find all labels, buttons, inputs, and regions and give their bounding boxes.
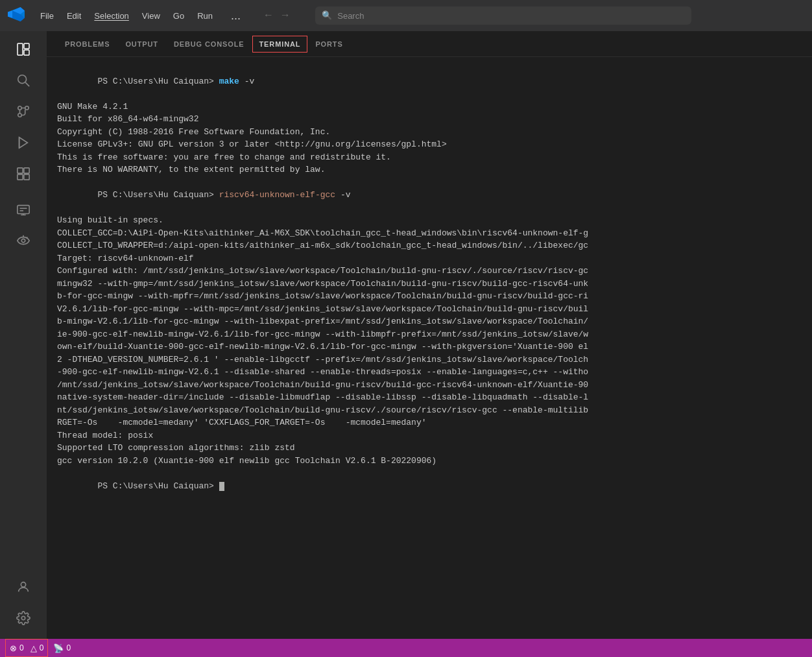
terminal-line: PS C:\Users\Hu Caiquan> make -v — [57, 62, 802, 101]
search-label: Search — [337, 11, 364, 21]
menu-more[interactable]: ... — [226, 6, 246, 25]
tab-ports[interactable]: PORTS — [307, 35, 350, 53]
terminal-cursor — [219, 482, 224, 491]
sidebar-item-run-debug[interactable] — [10, 130, 36, 156]
svg-point-22 — [21, 582, 25, 587]
sidebar-item-remote-explorer[interactable] — [10, 197, 36, 223]
menu-bar: File Edit Selection View Go Run ... — [35, 6, 246, 25]
svg-point-3 — [18, 75, 27, 84]
search-icon: 🔍 — [322, 10, 332, 21]
terminal-line: native-system-header-dir=/include --disa… — [57, 391, 802, 404]
titlebar: File Edit Selection View Go Run ... ← → … — [0, 0, 812, 31]
svg-rect-14 — [18, 206, 29, 214]
content-area: PROBLEMS OUTPUT DEBUG CONSOLE TERMINAL P… — [47, 31, 812, 639]
svg-rect-10 — [18, 168, 23, 173]
remote-icon: 📡 — [53, 643, 64, 653]
terminal-line: own-elf/build-Xuantie-900-gcc-elf-newlib… — [57, 340, 802, 353]
menu-run[interactable]: Run — [192, 8, 218, 23]
sidebar-item-explorer[interactable] — [10, 36, 36, 62]
terminal-line: gcc version 10.2.0 (Xuantie-900 elf newl… — [57, 455, 802, 468]
sidebar-item-search[interactable] — [10, 67, 36, 93]
svg-rect-2 — [24, 50, 29, 55]
terminal-line: Supported LTO compression algorithms: zl… — [57, 442, 802, 455]
search-bar[interactable]: 🔍 Search — [315, 6, 691, 25]
terminal-line: b-mingw-V2.6.1/lib-for-gcc-mingw --with-… — [57, 315, 802, 328]
terminal-line: There is NO WARRANTY, to the extent perm… — [57, 163, 802, 176]
terminal-line: PS C:\Users\Hu Caiquan> riscv64-unknown-… — [57, 176, 802, 215]
terminal-line: Built for x86_64-w64-mingw32 — [57, 113, 802, 126]
statusbar-errors[interactable]: ⊗ 0 △ 0 — [5, 639, 48, 657]
svg-point-5 — [18, 106, 22, 110]
terminal-line: 2 -DTHEAD_VERSION_NUMBER=2.6.1 ' --enabl… — [57, 353, 802, 366]
terminal-line: ie-900-gcc-elf-newlib-mingw-V2.6.1/lib-f… — [57, 328, 802, 341]
menu-view[interactable]: View — [137, 8, 165, 23]
svg-rect-1 — [24, 43, 29, 49]
terminal-command: make — [219, 77, 239, 86]
menu-file[interactable]: File — [35, 8, 59, 23]
terminal-line: This is free software: you are free to c… — [57, 151, 802, 164]
statusbar-remote[interactable]: 📡 0 — [48, 639, 76, 657]
terminal-prompt: PS C:\Users\Hu Caiquan> — [97, 77, 219, 86]
activity-bar — [0, 31, 47, 639]
menu-go[interactable]: Go — [168, 8, 189, 23]
warning-icon: △ — [30, 643, 37, 653]
svg-rect-11 — [24, 168, 29, 173]
panel-tabs: PROBLEMS OUTPUT DEBUG CONSOLE TERMINAL P… — [47, 31, 812, 57]
terminal-line: Target: riscv64-unknown-elf — [57, 252, 802, 265]
terminal-line: RGET=-Os -mcmodel=medany' 'CXXFLAGS_FOR_… — [57, 416, 802, 429]
terminal-line: Configured with: /mnt/ssd/jenkins_iotsw/… — [57, 265, 802, 278]
svg-marker-8 — [19, 137, 28, 149]
terminal-line: nt/ssd/jenkins_iotsw/slave/workspace/Too… — [57, 404, 802, 417]
nav-arrows: ← → — [261, 8, 292, 23]
sidebar-item-extensions[interactable] — [10, 161, 36, 187]
vscode-logo — [8, 6, 25, 26]
sidebar-item-docker[interactable] — [10, 228, 36, 254]
remote-count: 0 — [66, 643, 71, 652]
terminal-line: COLLECT_GCC=D:\AiPi-Open-Kits\aithinker_… — [57, 227, 802, 240]
svg-rect-13 — [24, 174, 29, 180]
statusbar: ⊗ 0 △ 0 📡 0 — [0, 639, 812, 657]
svg-point-19 — [21, 239, 25, 243]
svg-rect-12 — [18, 174, 23, 180]
menu-selection[interactable]: Selection — [89, 8, 134, 23]
menu-edit[interactable]: Edit — [62, 8, 86, 23]
terminal-line: License GPLv3+: GNU GPL version 3 or lat… — [57, 138, 802, 151]
terminal-line: /mnt/ssd/jenkins_iotsw/slave/workspace/T… — [57, 379, 802, 392]
sidebar-item-settings[interactable] — [10, 605, 36, 631]
statusbar-left: ⊗ 0 △ 0 📡 0 — [5, 639, 76, 657]
tab-problems[interactable]: PROBLEMS — [57, 35, 117, 53]
terminal-prompt-line: PS C:\Users\Hu Caiquan> — [57, 467, 802, 505]
terminal-line: mingw32 --with-gmp=/mnt/ssd/jenkins_iots… — [57, 278, 802, 291]
terminal-line: b-for-gcc-mingw --with-mpfr=/mnt/ssd/jen… — [57, 290, 802, 303]
main-layout: PROBLEMS OUTPUT DEBUG CONSOLE TERMINAL P… — [0, 31, 812, 639]
sidebar-item-account[interactable] — [10, 574, 36, 600]
tab-terminal[interactable]: TERMINAL — [252, 36, 308, 53]
activity-bar-bottom — [10, 574, 36, 639]
terminal-panel[interactable]: PS C:\Users\Hu Caiquan> make -v GNU Make… — [47, 57, 812, 639]
svg-point-7 — [18, 113, 22, 117]
error-icon: ⊗ — [10, 643, 17, 653]
svg-rect-0 — [18, 43, 23, 55]
terminal-line: GNU Make 4.2.1 — [57, 101, 802, 113]
errors-count: 0 — [19, 643, 24, 652]
terminal-line: Copyright (C) 1988-2016 Free Software Fo… — [57, 126, 802, 139]
tab-debug-console[interactable]: DEBUG CONSOLE — [166, 35, 252, 53]
forward-arrow[interactable]: → — [278, 8, 293, 23]
warnings-count: 0 — [40, 643, 44, 652]
svg-point-23 — [21, 616, 25, 620]
back-arrow[interactable]: ← — [261, 8, 276, 23]
terminal-line: -900-gcc-elf-newlib-mingw-V2.6.1 --disab… — [57, 366, 802, 379]
tab-output[interactable]: OUTPUT — [117, 35, 166, 53]
svg-point-6 — [25, 106, 29, 110]
sidebar-item-source-control[interactable] — [10, 99, 36, 125]
terminal-line: V2.6.1/lib-for-gcc-mingw --with-mpc=/mnt… — [57, 303, 802, 316]
terminal-line: COLLECT_LTO_WRAPPER=d:/aipi-open-kits/ai… — [57, 239, 802, 252]
terminal-line: Thread model: posix — [57, 429, 802, 442]
svg-line-4 — [25, 82, 29, 86]
terminal-line: Using built-in specs. — [57, 214, 802, 227]
